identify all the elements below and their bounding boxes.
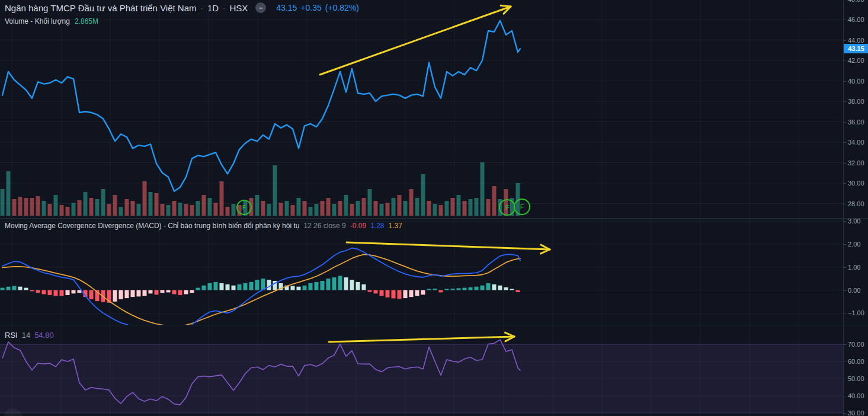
axis-label: 60.00 xyxy=(848,357,864,366)
axis-label: 28.00 xyxy=(848,200,864,208)
axis-label: 32.00 xyxy=(848,159,864,167)
axis-label: 70.00 xyxy=(848,340,864,348)
axis-label: 36.00 xyxy=(848,118,864,126)
macd-label[interactable]: Moving Average Covergence Divergence (MA… xyxy=(5,222,299,230)
exchange-label[interactable]: HSX xyxy=(229,3,248,13)
last-price-value: 43.15 xyxy=(276,3,297,12)
symbol-header: Ngân hàng TMCP Đầu tư và Phát triển Việt… xyxy=(5,2,359,13)
axis-label: 42.00 xyxy=(848,56,864,65)
rsi-pane[interactable]: RSI 14 54.80 xyxy=(0,325,843,416)
rsi-chart-canvas[interactable] xyxy=(0,325,843,416)
price-chart-canvas[interactable]: FFF xyxy=(0,0,843,218)
macd-histogram xyxy=(1,276,520,302)
vertical-gridlines xyxy=(12,218,799,325)
axis-label: 0.00 xyxy=(848,286,860,295)
macd-hist-value: -0.09 xyxy=(350,222,366,230)
price-pane[interactable]: FFF Ngân hàng TMCP Đầu tư và Phát triển … xyxy=(0,0,843,218)
rsi-legend: RSI 14 54.80 xyxy=(5,331,54,340)
macd-pane[interactable]: Moving Average Covergence Divergence (MA… xyxy=(0,218,843,325)
axis-label: 2.00 xyxy=(848,240,860,248)
rsi-value: 54.80 xyxy=(34,331,54,340)
interval-label[interactable]: 1D xyxy=(207,3,219,13)
axis-label: 1.00 xyxy=(848,263,860,271)
macd-params: 12 26 close 9 xyxy=(303,222,345,230)
axis-label: 50.00 xyxy=(848,375,864,383)
axis-label: 44.00 xyxy=(848,36,864,44)
volume-label[interactable]: Volume - Khối lượng xyxy=(5,17,70,25)
separator-dot: · xyxy=(201,4,203,12)
pane-separator-price-macd[interactable] xyxy=(0,218,868,219)
axis-label: −1.00 xyxy=(848,309,864,317)
svg-text:F: F xyxy=(242,204,246,211)
price-change: +0.35 xyxy=(300,3,321,12)
horizontal-gridlines xyxy=(0,0,843,204)
axis-label: 40.00 xyxy=(848,77,864,85)
svg-text:F: F xyxy=(505,204,510,211)
axis-label: 40.00 xyxy=(848,392,864,400)
trading-chart-window: FFF Ngân hàng TMCP Đầu tư và Phát triển … xyxy=(0,0,868,416)
macd-legend: Moving Average Covergence Divergence (MA… xyxy=(5,222,402,230)
axis-label: 34.00 xyxy=(848,138,864,146)
volume-legend: Volume - Khối lượng 2.865M xyxy=(5,17,98,25)
price-change-percent: (+0.82%) xyxy=(325,3,359,12)
volume-bars xyxy=(1,162,520,216)
axis-label: 30.00 xyxy=(848,409,864,416)
macd-chart-canvas[interactable] xyxy=(0,218,843,325)
price-quote: 43.15 +0.35 (+0.82%) xyxy=(276,3,359,12)
minus-icon: – xyxy=(259,4,263,11)
pane-separator-macd-rsi[interactable] xyxy=(0,325,868,325)
separator-dot: · xyxy=(223,4,225,12)
macd-signal-value: 1.37 xyxy=(389,222,402,230)
hide-symbol-button[interactable]: – xyxy=(255,2,266,13)
macd-line-value: 1.28 xyxy=(370,222,384,230)
axis-label: 46.00 xyxy=(848,15,864,24)
vertical-gridlines xyxy=(12,0,799,218)
last-price-tag-value: 43.15 xyxy=(848,45,864,52)
price-line-series xyxy=(2,21,520,191)
rsi-param: 14 xyxy=(22,331,30,340)
volume-value: 2.865M xyxy=(75,17,98,25)
axis-label: 30.00 xyxy=(848,179,864,187)
price-axis-scale[interactable]: 43.15 48.0046.0044.0042.0040.0038.0036.0… xyxy=(843,0,868,416)
symbol-title[interactable]: Ngân hàng TMCP Đầu tư và Phát triển Việt… xyxy=(5,3,197,13)
trend-arrow-annotation xyxy=(329,332,514,342)
rsi-label[interactable]: RSI xyxy=(5,331,18,340)
axis-label: 38.00 xyxy=(848,97,864,105)
svg-text:F: F xyxy=(520,203,524,210)
axis-label: 48.00 xyxy=(848,0,864,4)
last-price-tag: 43.15 xyxy=(844,44,868,53)
horizontal-gridlines xyxy=(0,221,843,313)
